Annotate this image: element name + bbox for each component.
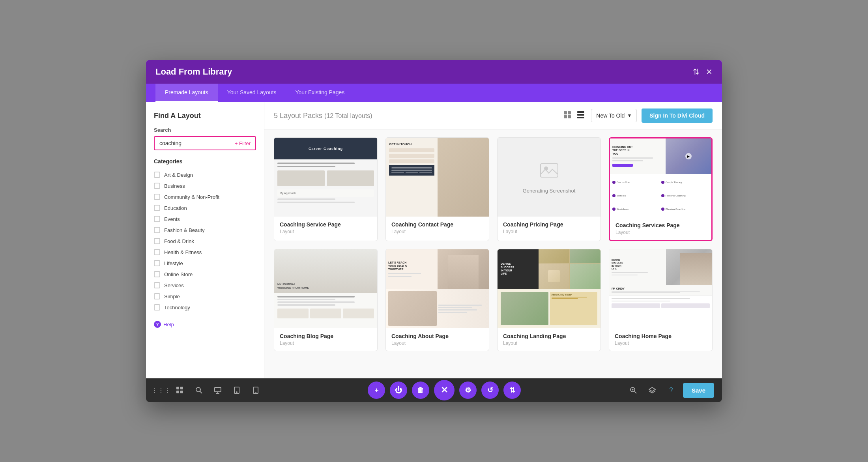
svg-rect-9 — [176, 387, 179, 389]
category-checkbox-online-store[interactable] — [154, 271, 160, 277]
sort-icon-button[interactable]: ⇅ — [693, 67, 700, 77]
category-health[interactable]: Health & Fitness — [154, 247, 256, 258]
card-name: Coaching Landing Page — [503, 333, 595, 339]
card-info: Coaching Services Page Layout — [610, 217, 711, 240]
category-checkbox-simple[interactable] — [154, 293, 160, 299]
modal-body: Find A Layout Search + Filter Categories… — [146, 102, 722, 378]
card-info: Coaching Service Page Layout — [274, 217, 377, 239]
search-input[interactable] — [159, 140, 235, 146]
svg-rect-3 — [568, 115, 571, 118]
svg-rect-6 — [577, 117, 584, 118]
card-thumbnail-home: DEFINESUCCESSIN YOURLIFE I'm Cindy — [609, 249, 712, 328]
category-events[interactable]: Events — [154, 213, 256, 224]
category-art-design[interactable]: Art & Design — [154, 169, 256, 180]
category-online-store[interactable]: Online Store — [154, 269, 256, 280]
card-type: Layout — [391, 229, 483, 234]
power-button[interactable]: ⏻ — [390, 382, 407, 399]
svg-point-19 — [236, 392, 237, 393]
close-toolbar-button[interactable]: ✕ — [434, 380, 455, 400]
delete-button[interactable]: 🗑 — [412, 382, 429, 399]
close-button[interactable]: ✕ — [706, 67, 713, 77]
category-checkbox-health[interactable] — [154, 249, 160, 255]
category-label: Events — [164, 216, 180, 222]
search-box: + Filter — [154, 136, 256, 150]
layout-card-coaching-service[interactable]: Career Coaching My Approach — [274, 137, 378, 241]
category-community[interactable]: Community & Non-Profit — [154, 191, 256, 202]
layout-card-coaching-about[interactable]: LET'S REACHYOUR GOALSTOGETHER — [385, 249, 489, 351]
tab-saved[interactable]: Your Saved Layouts — [218, 84, 286, 102]
category-education[interactable]: Education — [154, 202, 256, 213]
tab-existing[interactable]: Your Existing Pages — [286, 84, 354, 102]
card-thumbnail-landing: DEFINESUCCESSIN YOURLIFE — [498, 249, 600, 328]
layout-card-coaching-blog[interactable]: MY JOURNALWorking From Home — [274, 249, 378, 351]
layers-button[interactable] — [645, 383, 659, 397]
card-type: Layout — [615, 340, 707, 346]
category-checkbox-food[interactable] — [154, 238, 160, 244]
layout-card-coaching-pricing[interactable]: Generating Screenshot Coaching Pricing P… — [497, 137, 601, 241]
layouts-grid: Career Coaching My Approach — [264, 129, 722, 378]
card-type: Layout — [503, 229, 595, 234]
help-toolbar-button[interactable]: ? — [664, 383, 678, 397]
zoom-button[interactable] — [626, 383, 640, 397]
filter-button[interactable]: + Filter — [235, 140, 251, 146]
category-food[interactable]: Food & Drink — [154, 236, 256, 247]
layout-card-coaching-contact[interactable]: GET IN TOUCH — [385, 137, 489, 241]
tablet-button[interactable] — [230, 383, 244, 397]
category-services[interactable]: Services — [154, 280, 256, 291]
category-label: Services — [164, 282, 184, 288]
layout-card-coaching-landing[interactable]: DEFINESUCCESSIN YOURLIFE — [497, 249, 601, 351]
add-button[interactable]: + — [368, 382, 385, 399]
category-checkbox-lifestyle[interactable] — [154, 260, 160, 266]
category-lifestyle[interactable]: Lifestyle — [154, 258, 256, 269]
sort-toolbar-button[interactable]: ⇅ — [503, 382, 521, 399]
category-checkbox-community[interactable] — [154, 194, 160, 200]
svg-rect-11 — [176, 391, 179, 393]
sidebar: Find A Layout Search + Filter Categories… — [146, 102, 264, 378]
help-button[interactable]: ? Help — [154, 321, 256, 328]
card-info: Coaching Pricing Page Layout — [498, 217, 600, 239]
category-checkbox-services[interactable] — [154, 282, 160, 288]
header-controls: New To Old ▼ Sign In To Divi Cloud — [562, 108, 713, 123]
desktop-button[interactable] — [211, 383, 225, 397]
layout-count: 5 Layout Packs (12 Total layouts) — [274, 112, 372, 120]
search-toolbar-button[interactable] — [192, 383, 206, 397]
svg-rect-10 — [180, 387, 183, 389]
category-business[interactable]: Business — [154, 180, 256, 191]
category-label: Business — [164, 183, 185, 189]
tab-premade[interactable]: Premade Layouts — [155, 84, 218, 102]
sort-dropdown[interactable]: New To Old ▼ — [591, 109, 637, 122]
mobile-button[interactable] — [249, 383, 263, 397]
save-button[interactable]: Save — [683, 383, 714, 398]
category-technology[interactable]: Technology — [154, 302, 256, 313]
category-checkbox-fashion[interactable] — [154, 227, 160, 233]
card-name: Coaching Blog Page — [280, 333, 372, 339]
settings-button[interactable]: ⚙ — [459, 382, 477, 399]
sign-in-button[interactable]: Sign In To Divi Cloud — [642, 108, 713, 123]
bottom-toolbar: ⋮⋮⋮ + ⏻ 🗑 ✕ ⚙ ↺ ⇅ — [146, 378, 722, 402]
menu-button[interactable]: ⋮⋮⋮ — [154, 383, 168, 397]
category-checkbox-technology[interactable] — [154, 304, 160, 310]
category-checkbox-education[interactable] — [154, 205, 160, 211]
category-checkbox-business[interactable] — [154, 183, 160, 189]
grid-button[interactable] — [173, 383, 187, 397]
card-info: Coaching Landing Page Layout — [498, 328, 600, 351]
category-fashion[interactable]: Fashion & Beauty — [154, 224, 256, 236]
layout-card-coaching-home[interactable]: DEFINESUCCESSIN YOURLIFE I'm Cindy — [609, 249, 713, 351]
list-view-button[interactable] — [575, 109, 586, 122]
category-label: Technology — [164, 305, 190, 310]
svg-rect-5 — [577, 114, 584, 116]
category-label: Health & Fitness — [164, 249, 202, 255]
help-label: Help — [163, 322, 174, 327]
history-button[interactable]: ↺ — [481, 382, 499, 399]
sidebar-title: Find A Layout — [154, 112, 256, 120]
tabs-bar: Premade Layouts Your Saved Layouts Your … — [146, 84, 722, 102]
card-type: Layout — [391, 340, 483, 346]
category-simple[interactable]: Simple — [154, 291, 256, 302]
layout-card-coaching-services-page[interactable]: BRINGING OUTTHE BEST INYOU ▶ — [609, 137, 713, 241]
category-checkbox-art-design[interactable] — [154, 172, 160, 178]
category-checkbox-events[interactable] — [154, 216, 160, 222]
card-name: Coaching Contact Page — [391, 221, 483, 228]
grid-view-button[interactable] — [562, 109, 573, 122]
card-name: Coaching About Page — [391, 333, 483, 339]
card-name: Coaching Pricing Page — [503, 221, 595, 228]
